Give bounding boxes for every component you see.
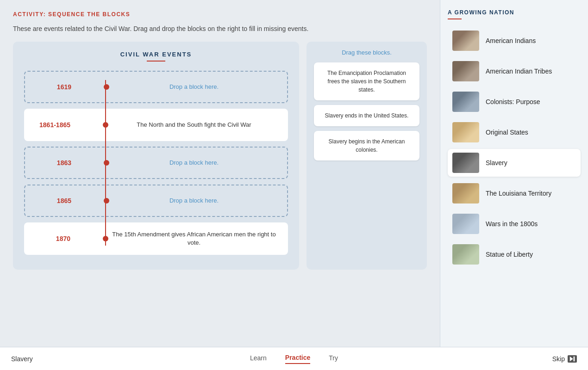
timeline-event-box-1619[interactable]: 1619 Drop a block here. xyxy=(24,71,288,103)
timeline-event: 1865 Drop a block here. xyxy=(24,185,288,217)
sidebar-item-label: Colonists: Purpose xyxy=(486,98,540,105)
timeline-event: 1619 Drop a block here. xyxy=(24,71,288,103)
sidebar-item-label: American Indians xyxy=(486,37,536,44)
sidebar-thumb-american-indian-tribes xyxy=(452,61,479,81)
tab-try[interactable]: Try xyxy=(329,354,338,364)
drag-label: Drag these blocks. xyxy=(314,49,419,56)
timeline-title: CIVIL WAR EVENTS xyxy=(24,51,288,58)
skip-button[interactable]: Skip xyxy=(552,355,577,363)
sidebar-item-american-indians[interactable]: American Indians xyxy=(448,27,581,55)
activity-description: These are events related to the Civil Wa… xyxy=(13,25,427,32)
sidebar-item-label: Wars in the 1800s xyxy=(486,220,538,228)
sidebar-title: A GROWING NATION xyxy=(448,9,581,16)
drag-block-0[interactable]: The Emancipation Proclamation frees the … xyxy=(314,62,419,100)
event-year-1870: 1870 xyxy=(24,235,84,242)
sidebar-item-label: Original States xyxy=(486,129,528,136)
sidebar-item-label: Statue of Liberty xyxy=(486,251,533,258)
timeline-wrapper: 1619 Drop a block here. 1861-1865 The No… xyxy=(24,71,288,255)
sidebar-item-slavery[interactable]: Slavery xyxy=(448,149,581,177)
sidebar-item-label: Slavery xyxy=(486,159,507,166)
event-text-1861: The North and the South fight the Civil … xyxy=(84,115,288,135)
timeline-event-box-1863[interactable]: 1863 Drop a block here. xyxy=(24,147,288,179)
event-text-1619: Drop a block here. xyxy=(85,77,287,97)
skip-icon xyxy=(568,355,577,363)
bottom-nav: Learn Practice Try xyxy=(250,354,338,364)
main-area: ACTIVITY: SEQUENCE THE BLOCKS These are … xyxy=(0,0,588,347)
sidebar-thumb-original-states xyxy=(452,122,479,142)
event-text-1865: Drop a block here. xyxy=(85,191,287,210)
timeline-event-box-1870: 1870 The 15th Amendment gives African Am… xyxy=(24,222,288,255)
sidebar-item-statue-of-liberty[interactable]: Statue of Liberty xyxy=(448,240,581,268)
tab-learn[interactable]: Learn xyxy=(250,354,267,364)
drag-block-2[interactable]: Slavery begins in the American colonies. xyxy=(314,131,419,160)
event-dot-1863 xyxy=(104,160,109,166)
sidebar-item-original-states[interactable]: Original States xyxy=(448,118,581,146)
sidebar-thumb-american-indians xyxy=(452,31,479,51)
left-panel: ACTIVITY: SEQUENCE THE BLOCKS These are … xyxy=(0,0,440,347)
event-text-1863: Drop a block here. xyxy=(85,153,287,173)
sidebar-thumb-wars xyxy=(452,214,479,234)
timeline-divider xyxy=(147,61,165,62)
svg-marker-0 xyxy=(570,356,573,361)
timeline-event-box-1861: 1861-1865 The North and the South fight … xyxy=(24,109,288,141)
timeline-event: 1861-1865 The North and the South fight … xyxy=(24,109,288,141)
sidebar-thumb-louisiana xyxy=(452,183,479,204)
sidebar-thumb-statue xyxy=(452,244,479,265)
sidebar-item-louisiana-territory[interactable]: The Louisiana Territory xyxy=(448,179,581,207)
right-sidebar: A GROWING NATION American Indians Americ… xyxy=(440,0,588,347)
skip-label: Skip xyxy=(552,355,565,363)
drag-section: Drag these blocks. The Emancipation Proc… xyxy=(307,42,427,270)
activity-title: ACTIVITY: SEQUENCE THE BLOCKS xyxy=(13,11,427,18)
sidebar-divider xyxy=(448,18,462,19)
sidebar-item-label: The Louisiana Territory xyxy=(486,190,551,197)
sidebar-item-wars-1800s[interactable]: Wars in the 1800s xyxy=(448,210,581,238)
event-dot-1865 xyxy=(104,198,109,204)
event-year-1861: 1861-1865 xyxy=(24,121,84,129)
timeline-event: 1863 Drop a block here. xyxy=(24,147,288,179)
sidebar-thumb-slavery xyxy=(452,153,479,173)
sidebar-item-american-indian-tribes[interactable]: American Indian Tribes xyxy=(448,57,581,85)
sidebar-item-label: American Indian Tribes xyxy=(486,68,552,75)
event-year-1863: 1863 xyxy=(25,159,85,166)
event-year-1619: 1619 xyxy=(25,83,85,91)
bottom-topic-label: Slavery xyxy=(11,355,33,363)
event-dot-1619 xyxy=(104,84,109,90)
timeline-section: CIVIL WAR EVENTS 1619 Drop a block here. xyxy=(13,42,299,270)
event-text-1870: The 15th Amendment gives African America… xyxy=(84,225,288,253)
sidebar-item-colonists[interactable]: Colonists: Purpose xyxy=(448,88,581,116)
timeline-event-box-1865[interactable]: 1865 Drop a block here. xyxy=(24,185,288,217)
timeline-event: 1870 The 15th Amendment gives African Am… xyxy=(24,222,288,255)
svg-rect-1 xyxy=(574,356,575,361)
content-row: CIVIL WAR EVENTS 1619 Drop a block here. xyxy=(13,42,427,270)
tab-practice[interactable]: Practice xyxy=(285,354,310,364)
drag-block-1[interactable]: Slavery ends in the United States. xyxy=(314,105,419,126)
bottom-bar: Slavery Learn Practice Try Skip xyxy=(0,347,588,370)
event-dot-1861 xyxy=(103,122,108,128)
event-dot-1870 xyxy=(103,236,108,241)
event-year-1865: 1865 xyxy=(25,197,85,204)
sidebar-thumb-colonists xyxy=(452,92,479,112)
